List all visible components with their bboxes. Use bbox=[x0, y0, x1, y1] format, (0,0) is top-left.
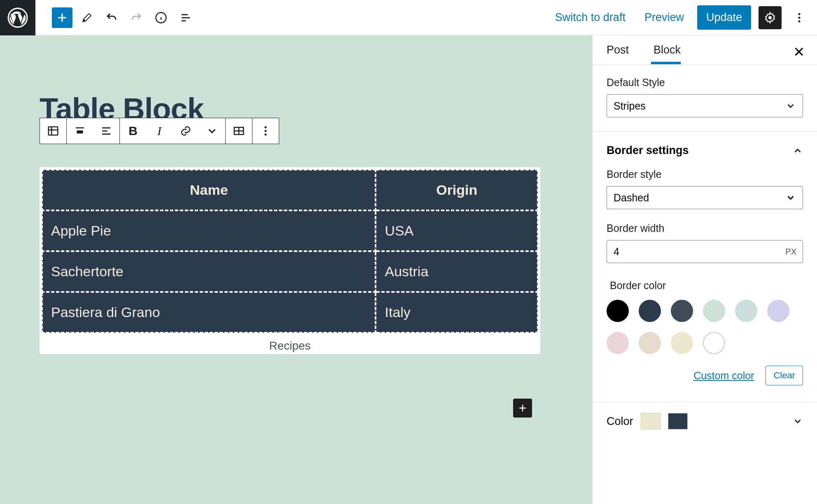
block-type-table-icon[interactable] bbox=[40, 118, 66, 144]
svg-point-3 bbox=[798, 13, 801, 15]
clear-color-button[interactable]: Clear bbox=[766, 366, 803, 385]
color-swatch[interactable] bbox=[703, 300, 725, 322]
table-header[interactable]: Origin bbox=[376, 170, 538, 210]
border-style-select[interactable]: Dashed bbox=[607, 186, 803, 209]
border-style-label: Border style bbox=[607, 168, 803, 180]
topbar-tools-right: Switch to draft Preview Update bbox=[549, 5, 817, 30]
border-color-swatches bbox=[607, 300, 803, 354]
outline-icon[interactable] bbox=[175, 7, 196, 28]
more-menu-button[interactable] bbox=[789, 7, 810, 28]
table-row: Apple Pie USA bbox=[42, 210, 538, 251]
table-cell[interactable]: Apple Pie bbox=[42, 210, 376, 251]
block-toolbar: B I bbox=[40, 118, 279, 144]
settings-button[interactable] bbox=[759, 6, 782, 29]
update-button[interactable]: Update bbox=[697, 5, 751, 30]
close-sidebar-icon[interactable]: ✕ bbox=[793, 44, 805, 60]
svg-point-4 bbox=[798, 16, 801, 19]
table-cell[interactable]: Sachertorte bbox=[42, 251, 376, 292]
color-section-header[interactable]: Color bbox=[607, 413, 803, 429]
default-style-label: Default Style bbox=[607, 77, 803, 89]
default-style-select[interactable]: Stripes bbox=[607, 94, 803, 117]
text-align-icon[interactable] bbox=[93, 118, 119, 144]
border-width-unit: PX bbox=[785, 247, 796, 257]
color-swatch[interactable] bbox=[767, 300, 789, 322]
table-cell[interactable]: USA bbox=[376, 210, 538, 251]
color-swatch[interactable] bbox=[607, 332, 629, 354]
border-width-label: Border width bbox=[607, 222, 803, 234]
table-cell[interactable]: Pastiera di Grano bbox=[42, 292, 376, 333]
bold-icon[interactable]: B bbox=[120, 118, 146, 144]
align-center-icon[interactable] bbox=[67, 118, 93, 144]
sidebar-tabs: Post Block ✕ bbox=[593, 35, 817, 65]
editor-canvas: Table Block B I bbox=[0, 35, 592, 504]
svg-point-5 bbox=[798, 20, 801, 22]
add-block-inline-button[interactable] bbox=[513, 399, 532, 418]
border-color-label: Border color bbox=[610, 280, 803, 292]
info-icon[interactable] bbox=[151, 7, 171, 28]
color-swatch[interactable] bbox=[703, 332, 725, 354]
color-swatch[interactable] bbox=[607, 300, 629, 322]
wordpress-logo[interactable] bbox=[0, 0, 35, 35]
more-formatting-icon[interactable] bbox=[199, 118, 225, 144]
svg-point-10 bbox=[265, 133, 267, 135]
color-swatch[interactable] bbox=[639, 332, 661, 354]
color-swatch[interactable] bbox=[671, 300, 693, 322]
tab-post[interactable]: Post bbox=[607, 36, 637, 64]
color-chip-text bbox=[641, 413, 661, 429]
color-swatch[interactable] bbox=[639, 300, 661, 322]
svg-point-8 bbox=[265, 126, 267, 128]
editor-topbar: Switch to draft Preview Update bbox=[0, 0, 817, 35]
preview-button[interactable]: Preview bbox=[639, 7, 690, 28]
border-width-input[interactable] bbox=[607, 240, 803, 263]
switch-to-draft-button[interactable]: Switch to draft bbox=[549, 7, 631, 28]
table-row: Pastiera di Grano Italy bbox=[42, 292, 538, 333]
table-header[interactable]: Name bbox=[42, 170, 376, 210]
svg-rect-6 bbox=[49, 127, 58, 135]
table-cell[interactable]: Austria bbox=[376, 251, 538, 292]
undo-button[interactable] bbox=[101, 7, 122, 28]
table-caption[interactable]: Recipes bbox=[41, 339, 539, 352]
color-chip-bg bbox=[668, 413, 688, 429]
color-swatch[interactable] bbox=[735, 300, 757, 322]
svg-point-9 bbox=[265, 130, 267, 132]
add-block-button[interactable] bbox=[52, 7, 72, 28]
tools-edit-icon[interactable] bbox=[77, 7, 97, 28]
table-cell[interactable]: Italy bbox=[376, 292, 538, 333]
block-more-icon[interactable] bbox=[252, 118, 279, 144]
table-row: Sachertorte Austria bbox=[42, 251, 538, 292]
link-icon[interactable] bbox=[173, 118, 199, 144]
italic-icon[interactable]: I bbox=[146, 118, 173, 144]
custom-color-link[interactable]: Custom color bbox=[693, 370, 754, 382]
tab-block[interactable]: Block bbox=[654, 36, 689, 64]
border-settings-header[interactable]: Border settings bbox=[607, 144, 803, 157]
redo-button[interactable] bbox=[126, 7, 147, 28]
table-edit-icon[interactable] bbox=[226, 118, 252, 144]
color-swatch[interactable] bbox=[671, 332, 693, 354]
topbar-tools-left bbox=[35, 7, 196, 28]
svg-point-2 bbox=[768, 16, 772, 19]
table-block[interactable]: Name Origin Apple Pie USA Sachertorte Au… bbox=[40, 167, 540, 354]
settings-sidebar: Post Block ✕ Default Style Stripes Borde… bbox=[592, 35, 817, 504]
